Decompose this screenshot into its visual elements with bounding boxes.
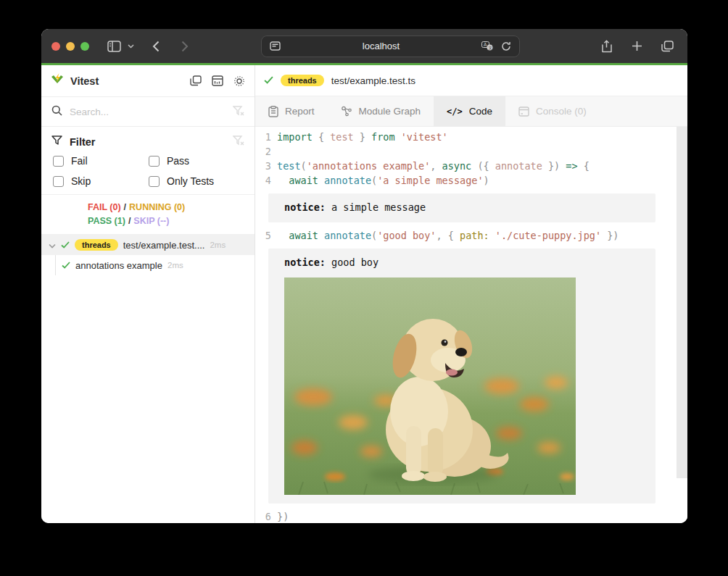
puppy-image [284, 277, 576, 495]
notice-text: notice: good boy [284, 256, 640, 269]
svg-text:文: 文 [488, 46, 492, 50]
close-window-button[interactable] [51, 42, 60, 51]
test-file-name: test/example.test.... [123, 240, 205, 251]
tab-console[interactable]: Console (0) [505, 96, 600, 126]
annotation-notice: notice: a simple message [268, 193, 655, 222]
code-text: await annotate('a simple message') [271, 173, 489, 188]
filter-checkbox-skip[interactable]: Skip [53, 175, 149, 187]
scrollbar[interactable] [677, 127, 687, 478]
checkbox-icon[interactable] [149, 156, 160, 167]
pass-check-icon [62, 260, 70, 271]
code-line: 1import { test } from 'vitest' [255, 130, 687, 144]
share-icon[interactable] [596, 36, 616, 57]
code-text: test('annotations example', async ({ ann… [271, 159, 590, 173]
test-file-row[interactable]: threads test/example.test.... 2ms [41, 235, 255, 255]
line-number: 1 [255, 130, 271, 144]
clear-search-filter-icon[interactable] [233, 106, 244, 118]
vitest-logo-icon [50, 72, 65, 89]
running-count: RUNNING (0) [129, 202, 185, 212]
browser-window: localhost A文 [41, 29, 687, 523]
pass-check-icon [264, 75, 273, 86]
code-text: await annotate('good boy', { path: './cu… [271, 228, 619, 243]
fail-count: FAIL (0) [88, 202, 121, 212]
file-path: test/example.test.ts [331, 75, 415, 86]
line-number: 5 [255, 228, 271, 243]
sidebar-toggle-icon[interactable] [104, 36, 124, 57]
sidebar-header: Vitest [41, 65, 255, 97]
code-text: }) [271, 509, 289, 523]
code-line: 4 await annotate('a simple message') [255, 173, 687, 188]
clear-filter-icon[interactable] [233, 135, 244, 148]
zoom-window-button[interactable] [80, 42, 89, 51]
pass-count: PASS (1) [88, 216, 125, 226]
line-number: 3 [255, 159, 271, 173]
tab-bar: Report Module Graph </> Code Console (0) [255, 96, 687, 127]
tab-module-graph[interactable]: Module Graph [328, 96, 434, 126]
filter-checkbox-only-tests[interactable]: Only Tests [149, 175, 244, 187]
code-text [271, 144, 277, 159]
svg-text:A: A [484, 42, 487, 47]
tab-code[interactable]: </> Code [434, 96, 505, 126]
skip-count: SKIP (--) [133, 216, 169, 226]
sidebar-menu-chevron-icon[interactable] [125, 36, 136, 57]
code-text: import { test } from 'vitest' [271, 130, 448, 144]
search-icon [51, 105, 62, 118]
minimize-window-button[interactable] [66, 42, 75, 51]
line-number: 4 [255, 173, 271, 188]
code-line: 5 await annotate('good boy', { path: './… [255, 228, 687, 243]
test-duration: 2ms [210, 241, 226, 249]
back-button[interactable] [146, 36, 166, 57]
new-tab-icon[interactable] [626, 36, 647, 57]
pool-badge: threads [75, 239, 118, 251]
dashboard-icon[interactable] [211, 75, 224, 88]
tab-report[interactable]: Report [255, 96, 328, 126]
code-line: 2 [255, 144, 687, 159]
traffic-lights [51, 42, 89, 51]
address-bar[interactable]: localhost A文 [261, 36, 520, 57]
filter-checkbox-fail[interactable]: Fail [53, 155, 149, 167]
checkbox-icon[interactable] [53, 176, 64, 187]
checkbox-icon[interactable] [53, 156, 64, 167]
file-header: threads test/example.test.ts [255, 65, 687, 96]
theme-toggle-sun-icon[interactable] [233, 75, 246, 88]
collapse-panels-icon[interactable] [189, 75, 202, 88]
test-duration: 2ms [167, 261, 183, 270]
search-input[interactable] [70, 107, 226, 117]
screenshot-stage: localhost A文 [0, 0, 728, 576]
tab-overview-icon[interactable] [657, 36, 677, 57]
filter-section: Filter Fail Pass Skip Only Tests [41, 127, 255, 194]
notice-text: notice: a simple message [284, 201, 640, 214]
test-tree: threads test/example.test.... 2ms annota… [41, 235, 255, 523]
test-status-summary: FAIL (0)/RUNNING (0) PASS (1)/SKIP (--) [41, 194, 255, 235]
search-row [41, 97, 255, 127]
page-settings-icon[interactable] [268, 36, 282, 57]
url-text: localhost [282, 41, 480, 51]
code-line: 6}) [255, 509, 687, 523]
chevron-down-icon[interactable] [49, 240, 56, 251]
sidebar: Vitest [41, 65, 255, 523]
test-case-name: annotations example [75, 260, 162, 271]
test-case-row[interactable]: annotations example 2ms [41, 255, 255, 275]
pass-check-icon [61, 240, 70, 251]
code-editor[interactable]: 1import { test } from 'vitest'23test('an… [255, 127, 687, 523]
forward-button[interactable] [175, 36, 195, 57]
reload-icon[interactable] [499, 36, 513, 57]
translate-icon[interactable]: A文 [480, 36, 495, 57]
annotation-notice: notice: good boy [268, 249, 655, 504]
filter-checkbox-pass[interactable]: Pass [149, 155, 244, 167]
browser-toolbar: localhost A文 [41, 29, 687, 63]
checkbox-icon[interactable] [149, 176, 160, 187]
main-panel: threads test/example.test.ts Report Modu… [255, 65, 687, 523]
line-number: 2 [255, 144, 271, 159]
code-icon: </> [447, 107, 463, 117]
line-number: 6 [255, 509, 271, 523]
pool-badge: threads [281, 75, 324, 86]
code-line: 3test('annotations example', async ({ an… [255, 159, 687, 173]
app-title: Vitest [70, 75, 183, 87]
filter-title: Filter [70, 136, 226, 148]
filter-funnel-icon [51, 135, 62, 148]
